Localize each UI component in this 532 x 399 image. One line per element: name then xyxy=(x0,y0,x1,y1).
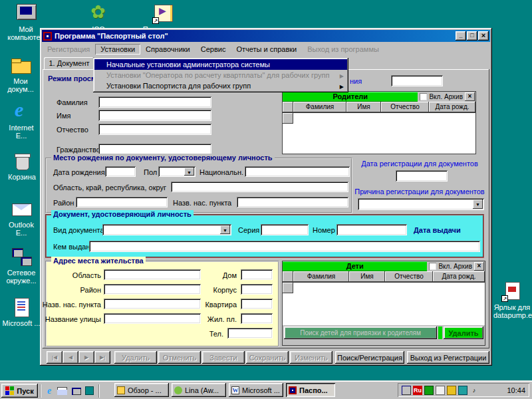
menu-service[interactable]: Сервис xyxy=(196,44,231,55)
children-table-body[interactable] xyxy=(283,282,485,325)
tray-green-icon[interactable] xyxy=(424,386,434,395)
children-archive-checkbox[interactable] xyxy=(429,263,436,270)
address-region-input[interactable] xyxy=(104,269,201,280)
children-close-icon[interactable] xyxy=(474,262,484,271)
parents-col-patronymic[interactable]: Отчество xyxy=(381,102,429,112)
tray-page-icon[interactable] xyxy=(436,386,445,395)
menu-item-passportist-settings[interactable]: Установки Паспортиста для рабочих групп xyxy=(94,80,347,91)
close-button[interactable] xyxy=(478,31,489,41)
address-district-input[interactable] xyxy=(104,284,201,295)
parents-col-surname[interactable]: Фамилия xyxy=(293,102,346,112)
flat-input[interactable] xyxy=(241,299,273,309)
menu-registration[interactable]: Регистрация xyxy=(42,44,95,55)
menu-item-admin-settings[interactable]: Начальные установки администратора систе… xyxy=(94,59,347,70)
registration-reason-combo[interactable] xyxy=(358,198,484,210)
search-registration-button[interactable]: Поиск/Регистрация xyxy=(335,351,404,364)
speaker-icon[interactable]: ♪ xyxy=(469,386,479,395)
birth-date-input[interactable] xyxy=(105,166,136,177)
menu-reports[interactable]: Отчеты и справки xyxy=(231,44,302,55)
nationality-input[interactable] xyxy=(245,166,350,177)
search-children-button[interactable]: Поиск детей для привязки к родителям xyxy=(284,327,437,339)
parents-close-icon[interactable] xyxy=(465,92,475,101)
number-input[interactable] xyxy=(336,224,407,235)
minimize-button[interactable] xyxy=(456,31,466,41)
nav-last-button[interactable]: ▶| xyxy=(94,351,110,364)
address-settlement-input[interactable] xyxy=(104,299,201,309)
window-titlebar[interactable]: Программа "Паспортный стол" xyxy=(42,30,490,42)
parents-archive-checkbox[interactable] xyxy=(420,93,427,100)
menu-settings[interactable]: Установки xyxy=(95,44,140,55)
row-selector-header xyxy=(283,271,293,282)
children-col-surname[interactable]: Фамилия xyxy=(293,271,349,282)
tray-clock[interactable]: 10:44 xyxy=(507,386,525,394)
house-input[interactable] xyxy=(241,269,273,280)
quicklaunch-channels-icon[interactable] xyxy=(85,386,94,395)
parents-table-body[interactable] xyxy=(283,112,475,154)
name-input[interactable] xyxy=(98,110,211,121)
desktop-icon-internet-explorer[interactable]: Internet E... xyxy=(3,101,40,140)
quicklaunch-show-desktop-icon[interactable] xyxy=(72,388,81,395)
menu-exit-program[interactable]: Выход из программы xyxy=(302,44,384,55)
icq-flower-icon xyxy=(174,386,182,394)
children-header: Дети Вкл. Архив xyxy=(283,261,485,271)
desktop-icon-microsoft[interactable]: Microsoft ... xyxy=(1,297,41,327)
start-button[interactable]: Пуск xyxy=(1,384,38,398)
taskbar-separator xyxy=(98,384,100,398)
chevron-down-icon[interactable] xyxy=(220,225,230,234)
menu-directories[interactable]: Справочники xyxy=(140,44,196,55)
create-button[interactable]: Завести xyxy=(202,351,245,364)
quicklaunch-outlook-icon[interactable] xyxy=(57,387,67,395)
sex-combo[interactable] xyxy=(158,166,196,177)
tab-document[interactable]: 1. Документ xyxy=(44,57,94,70)
series-input[interactable] xyxy=(261,224,309,235)
parents-col-name[interactable]: Имя xyxy=(346,102,381,112)
building-input[interactable] xyxy=(241,284,273,295)
tray-yellow-icon[interactable] xyxy=(447,386,456,395)
tray-language-indicator[interactable]: Ru xyxy=(413,386,422,395)
nav-next-button[interactable]: ▶ xyxy=(78,351,94,364)
desktop-icon-outlook[interactable]: Outlook E... xyxy=(3,198,40,237)
issued-by-input[interactable] xyxy=(89,241,480,252)
task-explorer[interactable]: Обзор - ... xyxy=(114,383,169,397)
desktop-icon-my-documents[interactable]: Мои докум... xyxy=(1,55,40,93)
patronymic-input[interactable] xyxy=(98,124,211,135)
maximize-button[interactable] xyxy=(467,31,477,41)
chevron-down-icon[interactable] xyxy=(473,200,483,209)
birth-settlement-input[interactable] xyxy=(237,197,348,207)
registration-date-input[interactable] xyxy=(396,170,448,182)
desktop-icon-label: Internet E... xyxy=(3,124,40,140)
children-col-patronymic[interactable]: Отчество xyxy=(385,271,433,282)
address-district-label: Район xyxy=(80,286,101,294)
edit-button[interactable]: Изменить xyxy=(290,351,332,364)
tray-monitor-icon[interactable] xyxy=(402,386,411,395)
desktop-icon-network[interactable]: Сетевое окруже... xyxy=(3,246,40,285)
menu-item-operator-settings[interactable]: Установки "Оператора по расчету квартпла… xyxy=(94,70,347,80)
surname-input[interactable] xyxy=(98,96,211,108)
chevron-down-icon[interactable] xyxy=(184,168,194,176)
delete-child-button[interactable]: Удалить xyxy=(444,327,483,339)
living-area-input[interactable] xyxy=(241,313,273,324)
tray-teal-icon[interactable] xyxy=(458,386,467,395)
nav-first-button[interactable]: |◀ xyxy=(47,351,63,364)
task-passport-active[interactable]: Паспо... xyxy=(286,383,335,397)
parents-col-birthdate[interactable]: Дата рожд. xyxy=(429,102,475,112)
birth-district-input[interactable] xyxy=(76,197,168,207)
quicklaunch-ie-icon[interactable]: e xyxy=(44,386,55,396)
task-lina[interactable]: Lina (Aw... xyxy=(172,383,226,397)
street-input[interactable] xyxy=(104,313,201,324)
birth-region-input[interactable] xyxy=(171,182,348,192)
save-button[interactable]: Сохранить xyxy=(246,351,289,364)
desktop-icon-datapump[interactable]: Ярлык для datapump.exe xyxy=(493,281,531,319)
cancel-button[interactable]: Отменить xyxy=(158,351,201,364)
datapump-shortcut-icon xyxy=(501,281,523,302)
children-col-name[interactable]: Имя xyxy=(349,271,385,282)
exit-registration-button[interactable]: Выход из Регистрации xyxy=(407,351,489,364)
fill-date-input[interactable] xyxy=(391,75,443,86)
document-kind-combo[interactable] xyxy=(102,224,231,235)
desktop-icon-recycle-bin[interactable]: Корзина xyxy=(5,150,39,181)
delete-button[interactable]: Удалить xyxy=(114,351,157,364)
nav-prev-button[interactable]: ◀ xyxy=(63,351,78,364)
phone-input[interactable] xyxy=(227,328,273,338)
children-col-birthdate[interactable]: Дата рожд. xyxy=(433,271,485,282)
task-microsoft[interactable]: W Microsoft ... xyxy=(229,383,283,397)
